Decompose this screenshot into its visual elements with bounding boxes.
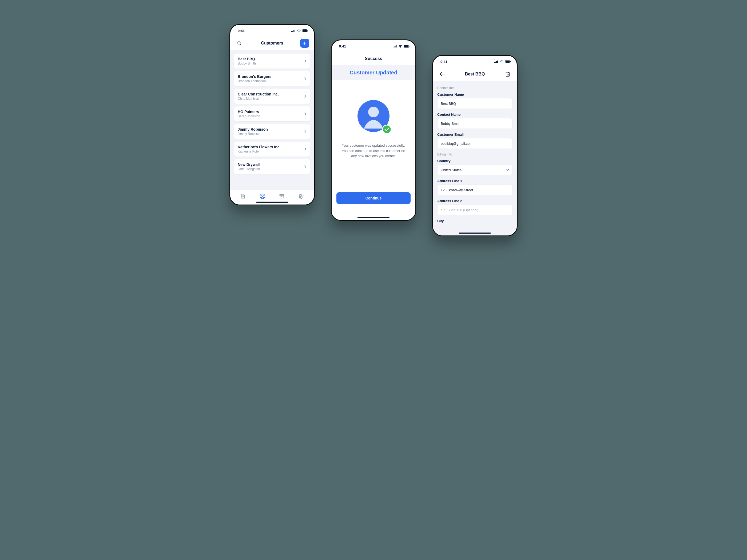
input-customer-name[interactable] <box>437 98 513 109</box>
chevron-down-icon <box>506 169 509 171</box>
customer-contact: Chris Mathison <box>238 97 279 101</box>
customer-name: New Drywall <box>238 162 260 167</box>
label-address-1: Address Line 1 <box>437 179 513 183</box>
chevron-right-icon <box>304 130 307 133</box>
svg-point-17 <box>301 195 302 197</box>
section-contact-info: Contact Info <box>437 86 513 90</box>
svg-rect-30 <box>496 61 497 63</box>
checkmark-badge-icon <box>382 125 391 134</box>
cellular-icon <box>494 60 498 63</box>
svg-rect-24 <box>409 46 410 47</box>
nav-bar: Best BBQ <box>433 68 517 81</box>
label-country: Country <box>437 159 513 163</box>
customer-row[interactable]: HG Painters Sarah Johnston <box>234 106 310 121</box>
home-indicator[interactable] <box>459 233 491 234</box>
customer-row[interactable]: Clear Construction Inc. Chris Mathison <box>234 89 310 104</box>
svg-rect-31 <box>497 60 498 63</box>
status-bar: 9:41 <box>332 40 415 52</box>
tab-invoices[interactable] <box>239 192 247 200</box>
phone-customers-list: 9:41 Customers Best BBQ Bobby Smith Bran… <box>229 24 315 205</box>
document-icon <box>240 194 246 199</box>
plus-icon <box>303 41 307 45</box>
tab-customers[interactable] <box>259 192 266 200</box>
label-address-2: Address Line 2 <box>437 199 513 203</box>
svg-rect-5 <box>303 30 307 32</box>
customer-contact: Jimmy Robinson <box>238 132 268 136</box>
label-city: City <box>437 219 513 223</box>
delete-button[interactable] <box>504 70 512 78</box>
status-time: 9:41 <box>238 29 244 33</box>
svg-rect-23 <box>404 45 408 47</box>
svg-point-26 <box>368 107 379 117</box>
status-time: 9:41 <box>440 60 447 64</box>
nav-bar: Customers <box>230 36 314 50</box>
svg-rect-34 <box>510 61 511 62</box>
input-customer-email[interactable] <box>437 138 513 149</box>
customer-contact: Jane Livingston <box>238 167 260 171</box>
chevron-right-icon <box>304 59 307 63</box>
tab-archive[interactable] <box>278 192 285 200</box>
continue-button[interactable]: Continue <box>336 192 411 204</box>
wifi-icon <box>398 45 402 48</box>
success-message: Your customer was updated successfully. … <box>342 143 405 159</box>
back-button[interactable] <box>438 70 446 78</box>
customer-name: Best BBQ <box>238 57 256 61</box>
page-title: Customers <box>261 41 283 46</box>
svg-rect-3 <box>294 30 295 32</box>
phone-edit-customer: 9:41 Best BBQ Contact Info Customer Name… <box>432 55 518 236</box>
svg-rect-0 <box>291 31 292 32</box>
input-address-2[interactable] <box>437 205 513 215</box>
customer-contact: Katherine Kole <box>238 150 281 153</box>
customer-name: Brandon's Burgers <box>238 74 271 79</box>
wifi-icon <box>500 60 504 63</box>
phone-success: 9:41 Success Customer Updated <box>331 39 416 221</box>
arrow-left-icon <box>440 72 444 76</box>
status-indicators <box>494 60 511 63</box>
status-bar: 9:41 <box>433 56 517 68</box>
chevron-right-icon <box>304 112 307 115</box>
page-title: Success <box>365 56 382 61</box>
label-customer-email: Customer Email <box>437 133 513 136</box>
chevron-right-icon <box>304 165 307 168</box>
input-address-1[interactable] <box>437 185 513 195</box>
status-time: 9:41 <box>339 44 346 48</box>
success-avatar <box>356 99 391 133</box>
chevron-right-icon <box>304 77 307 80</box>
customer-row[interactable]: Katherine's Flowers Inc. Katherine Kole <box>234 141 310 157</box>
customer-name: Katherine's Flowers Inc. <box>238 145 281 149</box>
svg-rect-29 <box>495 61 496 63</box>
success-content: Customer Updated Your customer was updat… <box>332 65 415 220</box>
customer-row[interactable]: Best BBQ Bobby Smith <box>234 54 310 69</box>
home-indicator[interactable] <box>358 217 389 218</box>
section-billing-info: Billing Info <box>437 153 513 156</box>
customer-row[interactable]: Jimmy Robinson Jimmy Robinson <box>234 124 310 139</box>
search-icon <box>237 41 242 46</box>
home-indicator[interactable] <box>256 202 288 203</box>
user-icon <box>260 193 265 199</box>
customer-name: Jimmy Robinson <box>238 127 268 131</box>
success-body: Your customer was updated successfully. … <box>332 80 415 192</box>
customer-name: Clear Construction Inc. <box>238 92 279 96</box>
svg-rect-36 <box>506 73 509 76</box>
customer-contact: Bobby Smith <box>238 61 256 65</box>
svg-rect-21 <box>396 45 397 48</box>
input-contact-name[interactable] <box>437 118 513 129</box>
customer-list: Best BBQ Bobby Smith Brandon's Burgers B… <box>230 50 314 190</box>
trash-icon <box>506 72 510 77</box>
svg-rect-19 <box>394 46 394 48</box>
tab-settings[interactable] <box>298 192 305 200</box>
add-customer-button[interactable] <box>300 39 309 48</box>
svg-line-8 <box>240 44 241 45</box>
customer-row[interactable]: Brandon's Burgers Brandon Thompson <box>234 71 310 86</box>
cellular-icon <box>291 29 295 32</box>
nav-bar: Success <box>332 52 415 65</box>
customer-row[interactable]: New Drywall Jane Livingston <box>234 159 310 174</box>
chevron-right-icon <box>304 148 307 151</box>
customer-name: HG Painters <box>238 110 260 114</box>
svg-point-27 <box>383 125 391 134</box>
search-button[interactable] <box>235 39 243 48</box>
select-country[interactable]: United States <box>437 164 513 175</box>
svg-rect-33 <box>506 61 510 63</box>
gear-icon <box>299 194 304 199</box>
success-headline: Customer Updated <box>332 65 415 80</box>
